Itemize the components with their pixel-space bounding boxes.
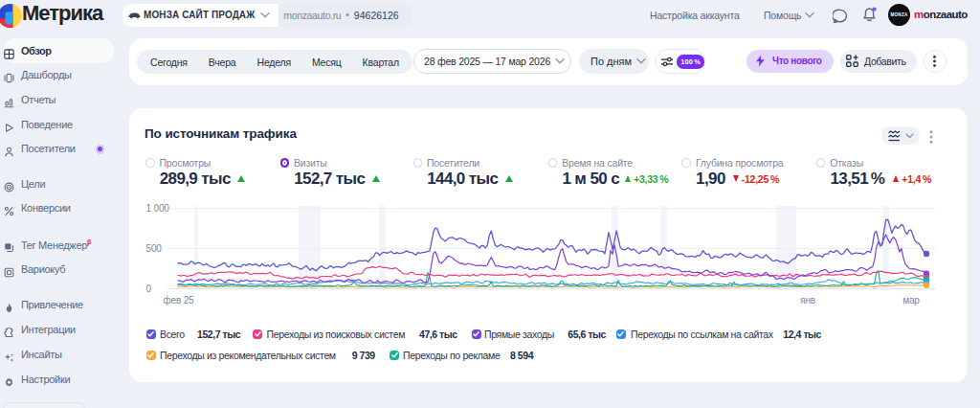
- svg-text:1 000: 1 000: [146, 203, 170, 214]
- svg-text:фев 25: фев 25: [164, 295, 194, 306]
- svg-text:янв: янв: [800, 295, 815, 306]
- svg-text:0: 0: [146, 283, 152, 294]
- svg-text:500: 500: [146, 243, 163, 254]
- svg-text:мар: мар: [902, 295, 920, 306]
